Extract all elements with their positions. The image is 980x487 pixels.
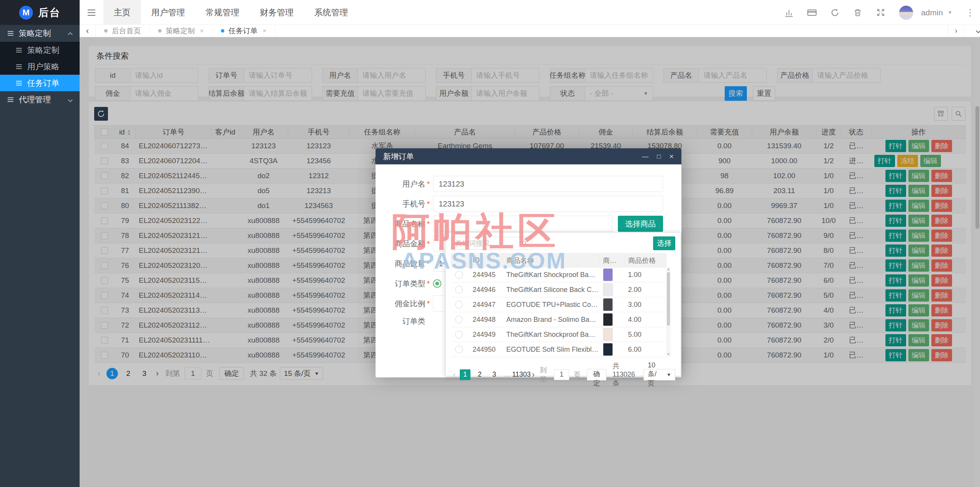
maximize-icon[interactable]: □ (657, 153, 661, 160)
choose-product-button[interactable]: 选择商品 (618, 216, 663, 232)
search-icon[interactable] (521, 240, 528, 247)
product-image (603, 283, 613, 296)
sidebar-group-label: 代理管理 (19, 94, 51, 105)
scrollbar-thumb[interactable] (667, 272, 670, 326)
product-radio[interactable] (455, 346, 463, 353)
order-type-radio[interactable] (433, 279, 441, 288)
required-mark: * (427, 180, 433, 189)
picker-table-wrap: ID商品名称商…商品价格244945TheGiftKart Shockproof… (451, 253, 671, 357)
picker-column-header: ID (469, 254, 503, 267)
jump-page-input[interactable] (554, 369, 569, 380)
username[interactable]: admin (921, 8, 943, 17)
phone-field[interactable] (433, 196, 663, 212)
picker-image-cell (599, 297, 624, 312)
field-label: 手机号 (376, 199, 425, 209)
logo-text: 后台 (38, 6, 60, 20)
form-row-product-name: 商品名称 * 选择商品 (376, 216, 681, 232)
product-radio[interactable] (455, 331, 463, 338)
sidebar-item-strategy-custom[interactable]: 策略定制 (0, 42, 80, 58)
tabs-menu-icon[interactable] (964, 25, 980, 37)
list-icon (8, 99, 13, 100)
picker-image-cell (599, 312, 624, 327)
product-image (603, 343, 613, 356)
picker-row: 244949TheGiftKart Shockproof Back Cov…5.… (451, 327, 666, 342)
product-radio[interactable] (455, 301, 463, 308)
tab-dot (158, 29, 162, 33)
product-radio[interactable] (455, 316, 463, 323)
keyword-search-input[interactable] (455, 239, 521, 248)
sidebar-item-task-orders[interactable]: 任务订单 (0, 75, 80, 91)
sidebar: 策略定制 策略定制 用户策略 任务订单 代理管理 (0, 25, 80, 487)
page-button-3[interactable]: 3 (489, 369, 500, 380)
sidebar-group-agent[interactable]: 代理管理 (0, 91, 80, 108)
more-vert-icon[interactable]: ⋮ (965, 7, 975, 18)
modal-header[interactable]: 新增订单 — □ × (376, 148, 681, 164)
tab-task-orders[interactable]: 任务订单 × (212, 25, 275, 37)
prev-page-icon[interactable]: ‹ (451, 370, 458, 380)
confirm-page-button[interactable]: 确定 (587, 369, 606, 380)
picker-price-cell: 5.00 (624, 327, 666, 342)
picker-row: 244945TheGiftKart Shockproof Back Cov…1.… (451, 267, 666, 282)
required-mark: * (427, 279, 433, 288)
product-name-field[interactable] (433, 216, 612, 232)
trash-icon[interactable] (853, 8, 863, 18)
field-label: 商品数量 (376, 259, 425, 269)
product-image (603, 313, 613, 326)
page-button-11303[interactable]: 11303 (515, 369, 528, 380)
required-mark: * (427, 200, 433, 208)
list-icon (16, 66, 22, 67)
picker-radio-cell (451, 312, 469, 327)
required-mark: * (427, 299, 433, 308)
close-icon[interactable]: × (200, 27, 204, 35)
list-icon (8, 33, 13, 34)
tab-strategy[interactable]: 策略定制 × (150, 25, 212, 37)
sidebar-item-label: 策略定制 (27, 45, 59, 56)
sidebar-item-user-strategy[interactable]: 用户策略 (0, 58, 80, 75)
page-button-2[interactable]: 2 (474, 369, 485, 380)
nav-item-3[interactable]: 常规管理 (195, 0, 250, 25)
avatar[interactable] (899, 5, 913, 20)
product-radio[interactable] (455, 286, 463, 294)
close-icon[interactable]: × (669, 152, 674, 160)
tabs-scroll-left-icon[interactable]: ‹ (80, 25, 96, 37)
per-page-value: 10 条/页 (648, 361, 663, 388)
fullscreen-icon[interactable] (876, 8, 886, 18)
sidebar-submenu: 策略定制 用户策略 任务订单 (0, 42, 80, 91)
nav-item-4[interactable]: 财务管理 (250, 0, 304, 25)
tab-dot (104, 29, 108, 33)
field-label: 商品金额 (376, 239, 425, 249)
close-icon[interactable]: × (263, 27, 266, 35)
pages-ellipsis: … (504, 371, 511, 379)
picker-id-cell: 244945 (469, 267, 503, 282)
picker-image-cell (599, 267, 624, 282)
next-page-icon[interactable]: › (530, 370, 537, 380)
select-button[interactable]: 选择 (653, 236, 675, 250)
field-label: 用户名 (376, 179, 425, 189)
picker-image-cell (599, 342, 624, 357)
required-mark: * (427, 259, 433, 268)
tab-home[interactable]: 后台首页 (96, 25, 150, 37)
nav-item-1[interactable]: 主页 (103, 0, 141, 25)
minimize-icon[interactable]: — (642, 153, 648, 160)
page-button-1[interactable]: 1 (460, 369, 470, 380)
picker-radio-cell (451, 282, 469, 297)
username-field[interactable] (433, 176, 663, 192)
sidebar-group-label: 策略定制 (19, 28, 51, 39)
tabs-scroll-right-icon[interactable]: › (948, 25, 964, 37)
logo[interactable]: M 后台 (0, 0, 80, 25)
bar-chart-icon[interactable] (784, 8, 794, 18)
nav-item-5[interactable]: 系统管理 (304, 0, 358, 25)
scroll-down-icon[interactable]: ▼ (666, 352, 671, 357)
nav-item-2[interactable]: 用户管理 (141, 0, 195, 25)
chevron-down-icon (68, 97, 73, 102)
picker-scrollbar[interactable]: ▲ ▼ (666, 267, 671, 357)
card-icon[interactable] (807, 8, 817, 18)
per-page-select[interactable]: 10 条/页▼ (644, 369, 675, 380)
modal-title: 新增订单 (383, 151, 414, 162)
sidebar-group-strategy[interactable]: 策略定制 (0, 25, 80, 42)
refresh-icon[interactable] (830, 8, 840, 18)
product-radio[interactable] (455, 271, 463, 279)
product-image (603, 298, 613, 311)
menu-toggle-icon[interactable] (80, 0, 103, 25)
scroll-up-icon[interactable]: ▲ (666, 267, 671, 272)
